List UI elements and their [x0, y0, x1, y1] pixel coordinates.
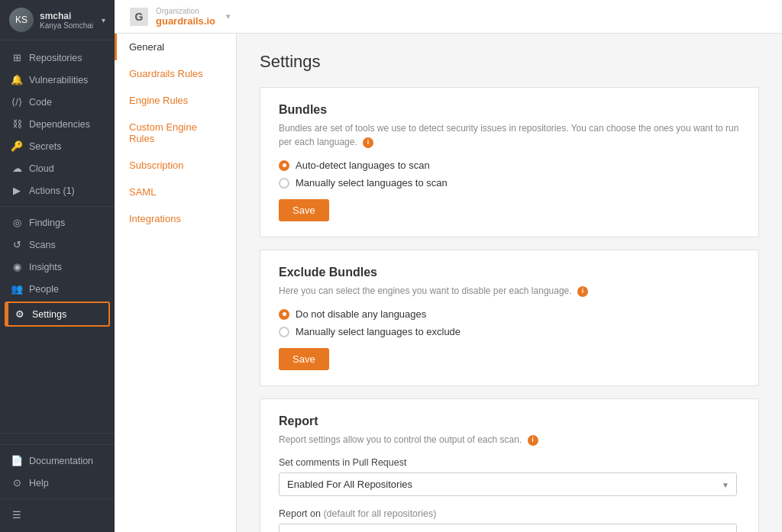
avatar: KS: [9, 8, 34, 32]
people-icon: 👥: [11, 283, 23, 295]
bundles-info-icon: i: [363, 137, 373, 148]
sidebar-item-label: Secrets: [29, 141, 61, 152]
settings-sidebar: General Guardrails Rules Engine Rules Cu…: [115, 34, 237, 532]
radio-circle-do-not-disable: [279, 309, 289, 320]
sidebar-item-dependencies[interactable]: ⛓ Dependencies: [0, 113, 115, 135]
radio-label-manually-exclude: Manually select languages to exclude: [296, 326, 460, 337]
sidebar-item-label: Help: [29, 478, 49, 488]
sidebar-item-label: Repositories: [29, 53, 82, 63]
content-area: General Guardrails Rules Engine Rules Cu…: [115, 34, 782, 532]
sidebar-item-documentation[interactable]: 📄 Documentation: [0, 450, 115, 472]
sidebar-item-vulnerabilities[interactable]: 🔔 Vulnerabilities: [0, 69, 115, 91]
gear-icon: ⚙: [14, 308, 26, 320]
radio-do-not-disable[interactable]: Do not disable any languages: [279, 308, 740, 320]
settings-nav-custom-engine-rules[interactable]: Custom Engine Rules: [115, 114, 236, 152]
org-bar: G Organization guardrails.io ▾: [115, 0, 782, 34]
comments-pr-select-wrapper: Enabled For All Repositories Disabled Fo…: [279, 472, 737, 496]
sidebar-item-people[interactable]: 👥 People: [0, 278, 115, 300]
scans-icon: ↺: [11, 239, 23, 250]
org-info: Organization guardrails.io: [156, 7, 215, 27]
sidebar-item-label: Scans: [29, 240, 56, 250]
sidebar-item-help[interactable]: ⊙ Help: [0, 472, 115, 494]
comments-pr-label: Set comments in Pull Request: [279, 457, 740, 468]
findings-icon: ◎: [11, 217, 23, 228]
user-subname: Kanya Somchai: [40, 21, 95, 30]
exclude-bundles-save-button[interactable]: Save: [279, 348, 329, 370]
settings-nav-saml[interactable]: SAML: [115, 179, 236, 205]
settings-nav-integrations[interactable]: Integrations: [115, 205, 236, 232]
sidebar-item-repositories[interactable]: ⊞ Repositories: [0, 47, 115, 69]
radio-auto-detect[interactable]: Auto-detect languages to scan: [279, 160, 740, 171]
sidebar-item-scans[interactable]: ↺ Scans: [0, 234, 115, 256]
bundles-title: Bundles: [279, 103, 740, 117]
report-on-select[interactable]: On Changed Lines Only On All Lines Full …: [279, 524, 737, 532]
radio-manually-select[interactable]: Manually select languages to scan: [279, 177, 740, 189]
report-info-icon: i: [528, 435, 538, 446]
sidebar-header[interactable]: KS smchai Kanya Somchai ▾: [0, 0, 115, 40]
sidebar-item-label: Settings: [32, 309, 66, 320]
report-on-field: Report on (default for all repositories)…: [279, 508, 740, 532]
settings-nav-general[interactable]: General: [115, 34, 236, 60]
settings-content: Settings Bundles Bundles are set of tool…: [237, 34, 782, 532]
report-desc: Report settings allow you to control the…: [279, 433, 740, 447]
sidebar-item-settings[interactable]: ⚙ Settings: [5, 301, 110, 327]
bottom-divider2: [0, 498, 115, 499]
sidebar-item-label: Findings: [29, 218, 65, 228]
org-name: guardrails.io: [156, 15, 215, 27]
exclude-bundles-title: Exclude Bundles: [279, 266, 740, 279]
exclude-bundles-radio-group: Do not disable any languages Manually se…: [279, 308, 740, 337]
bundles-radio-group: Auto-detect languages to scan Manually s…: [279, 160, 740, 189]
settings-nav-engine-rules[interactable]: Engine Rules: [115, 87, 236, 114]
sidebar-item-label: Dependencies: [29, 119, 90, 130]
cloud-icon: ☁: [11, 163, 23, 174]
org-logo: G: [130, 8, 148, 26]
sidebar-nav: ⊞ Repositories 🔔 Vulnerabilities ⟨/⟩ Cod…: [0, 40, 115, 433]
radio-label-manual: Manually select languages to scan: [296, 177, 448, 189]
insights-icon: ◉: [11, 261, 23, 272]
page-title: Settings: [260, 52, 759, 72]
code-icon: ⟨/⟩: [11, 96, 23, 108]
org-chevron-icon[interactable]: ▾: [226, 11, 231, 21]
username: smchai: [40, 11, 95, 21]
exclude-bundles-info-icon: i: [577, 286, 588, 297]
sidebar-item-code[interactable]: ⟨/⟩ Code: [0, 91, 115, 113]
bundles-section: Bundles Bundles are set of tools we use …: [260, 87, 759, 237]
doc-icon: 📄: [11, 455, 23, 466]
radio-label-do-not-disable: Do not disable any languages: [296, 308, 426, 320]
sidebar-item-secrets[interactable]: 🔑 Secrets: [0, 135, 115, 157]
sidebar-item-label: Cloud: [29, 163, 54, 174]
radio-label-auto: Auto-detect languages to scan: [296, 160, 430, 171]
radio-manually-exclude[interactable]: Manually select languages to exclude: [279, 326, 740, 337]
radio-circle-auto: [279, 160, 289, 171]
sidebar: KS smchai Kanya Somchai ▾ ⊞ Repositories…: [0, 0, 115, 532]
exclude-bundles-desc: Here you can select the engines you want…: [279, 284, 740, 298]
chevron-down-icon: ▾: [102, 16, 105, 24]
secrets-icon: 🔑: [11, 140, 23, 152]
report-on-sublabel: (default for all repositories): [323, 508, 436, 519]
help-icon: ⊙: [11, 477, 23, 488]
sidebar-item-label: Actions (1): [29, 185, 75, 196]
sidebar-item-label: People: [29, 284, 59, 295]
sidebar-item-label: Code: [29, 97, 52, 108]
bundles-desc: Bundles are set of tools we use to detec…: [279, 121, 740, 149]
bell-icon: 🔔: [11, 74, 23, 85]
exclude-bundles-section: Exclude Bundles Here you can select the …: [260, 250, 759, 386]
report-on-label: Report on (default for all repositories): [279, 508, 740, 519]
comments-pr-select[interactable]: Enabled For All Repositories Disabled Fo…: [279, 472, 737, 496]
org-label: Organization: [156, 7, 215, 15]
main-area: G Organization guardrails.io ▾ General G…: [115, 0, 782, 532]
bottom-divider: [0, 444, 115, 445]
sidebar-item-insights[interactable]: ◉ Insights: [0, 256, 115, 278]
report-on-select-wrapper: On Changed Lines Only On All Lines Full …: [279, 524, 737, 532]
comments-pr-field: Set comments in Pull Request Enabled For…: [279, 457, 740, 496]
sidebar-item-extra[interactable]: ☰: [0, 504, 115, 526]
settings-nav-guardrails-rules[interactable]: Guardrails Rules: [115, 60, 236, 87]
settings-nav-subscription[interactable]: Subscription: [115, 152, 236, 179]
radio-circle-manually-exclude: [279, 327, 289, 337]
sidebar-bottom: 📄 Documentation ⊙ Help ☰: [0, 433, 115, 532]
sidebar-item-findings[interactable]: ◎ Findings: [0, 211, 115, 234]
sidebar-item-cloud[interactable]: ☁ Cloud: [0, 157, 115, 179]
sidebar-item-label: Vulnerabilities: [29, 75, 88, 85]
sidebar-item-actions[interactable]: ▶ Actions (1): [0, 179, 115, 202]
bundles-save-button[interactable]: Save: [279, 199, 329, 221]
